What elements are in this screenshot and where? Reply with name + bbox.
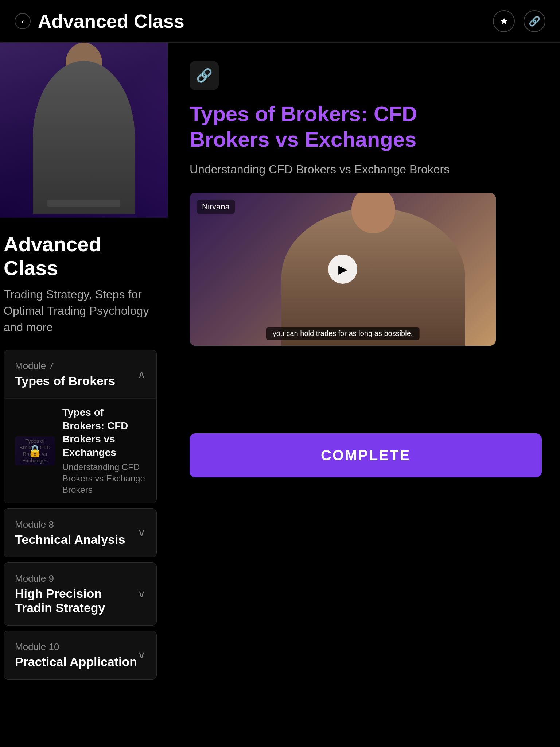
lesson-title: Types of Brokers: CFD Brokers vs Exchang… xyxy=(62,406,145,459)
module-8-number: Module 8 xyxy=(15,519,125,530)
lock-icon: 🔒 xyxy=(28,444,42,458)
header: ‹ Advanced Class ★ 🔗 xyxy=(0,0,560,43)
back-button[interactable]: ‹ xyxy=(15,13,31,29)
module-10-number: Module 10 xyxy=(15,641,137,653)
video-caption: you can hold trades for as long as possi… xyxy=(266,327,420,340)
header-left: ‹ Advanced Class xyxy=(15,10,184,32)
star-icon: ★ xyxy=(500,16,508,27)
module-7-header[interactable]: Module 7 Types of Brokers ∧ xyxy=(4,350,156,398)
play-icon: ▶ xyxy=(338,262,347,276)
module-7-number: Module 7 xyxy=(15,360,115,372)
course-info: Advanced Class Trading Strategy, Steps f… xyxy=(0,218,168,696)
module-9-name: High Precision Tradin Strategy xyxy=(15,587,138,615)
lesson-main-title: Types of Brokers: CFD Brokers vs Exchang… xyxy=(190,101,542,152)
module-item-10: Module 10 Practical Application ∨ xyxy=(4,631,157,680)
lock-overlay: 🔒 xyxy=(15,436,55,465)
header-title: Advanced Class xyxy=(38,10,184,32)
lesson-link-button[interactable]: 🔗 xyxy=(190,61,219,90)
left-panel: Advanced Class Trading Strategy, Steps f… xyxy=(0,43,168,696)
video-thumbnail: Nirvana ▶ you can hold trades for as lon… xyxy=(190,193,496,346)
module-item-7: Module 7 Types of Brokers ∧ Types of Bro… xyxy=(4,350,157,503)
complete-button[interactable]: COMPLETE xyxy=(190,433,542,477)
module-item-8: Module 8 Technical Analysis ∨ xyxy=(4,508,157,557)
play-button[interactable]: ▶ xyxy=(328,255,357,284)
module-item-9: Module 9 High Precision Tradin Strategy … xyxy=(4,562,157,626)
share-icon: 🔗 xyxy=(529,16,540,27)
back-icon: ‹ xyxy=(22,17,24,26)
lesson-thumbnail: Types of Brokers: CFD Brokers vs Exchang… xyxy=(15,436,55,465)
chevron-down-icon-9: ∨ xyxy=(138,588,145,600)
channel-label: Nirvana xyxy=(197,200,235,214)
right-panel: 🔗 Types of Brokers: CFD Brokers vs Excha… xyxy=(168,43,560,496)
video-person-head xyxy=(351,193,395,233)
module-10-header[interactable]: Module 10 Practical Application ∨ xyxy=(4,631,156,679)
hero-person xyxy=(0,43,168,218)
course-title: Advanced Class xyxy=(4,232,157,280)
module-9-info: Module 9 High Precision Tradin Strategy xyxy=(15,573,138,615)
person-body xyxy=(33,61,135,214)
module-9-header[interactable]: Module 9 High Precision Tradin Strategy … xyxy=(4,563,156,625)
module-7-info: Module 7 Types of Brokers xyxy=(15,360,115,388)
complete-button-container: COMPLETE xyxy=(190,433,542,477)
lesson-description: Understanding CFD Brokers vs Exchange Br… xyxy=(62,461,145,496)
lesson-info: Types of Brokers: CFD Brokers vs Exchang… xyxy=(62,406,145,495)
title-text-2: Brokers vs Exchanges xyxy=(190,127,416,151)
list-item[interactable]: Types of Brokers: CFD Brokers vs Exchang… xyxy=(4,398,156,503)
lesson-main-description: Understanding CFD Brokers vs Exchange Br… xyxy=(190,160,542,178)
spacer xyxy=(190,346,542,419)
title-text-1: Types of Brokers: CFD xyxy=(190,102,417,125)
chevron-down-icon-8: ∨ xyxy=(138,527,145,539)
video-person xyxy=(281,208,465,346)
course-subtitle: Trading Strategy, Steps for Optimal Trad… xyxy=(4,286,157,335)
module-10-info: Module 10 Practical Application xyxy=(15,641,137,669)
module-8-name: Technical Analysis xyxy=(15,533,125,547)
star-button[interactable]: ★ xyxy=(493,10,515,32)
chevron-down-icon-10: ∨ xyxy=(138,649,145,661)
main-layout: Advanced Class Trading Strategy, Steps f… xyxy=(0,43,560,696)
link-icon: 🔗 xyxy=(196,68,213,83)
video-container[interactable]: Nirvana ▶ you can hold trades for as lon… xyxy=(190,193,496,346)
module-8-info: Module 8 Technical Analysis xyxy=(15,519,125,547)
laptop-hint xyxy=(47,200,120,207)
header-actions: ★ 🔗 xyxy=(493,10,545,32)
course-hero-image xyxy=(0,43,168,218)
module-7-name: Types of Brokers xyxy=(15,374,115,388)
module-10-name: Practical Application xyxy=(15,655,137,669)
chevron-up-icon: ∧ xyxy=(138,368,145,380)
share-button[interactable]: 🔗 xyxy=(524,10,545,32)
module-9-number: Module 9 xyxy=(15,573,138,584)
module-8-header[interactable]: Module 8 Technical Analysis ∨ xyxy=(4,509,156,557)
module-7-content: Types of Brokers: CFD Brokers vs Exchang… xyxy=(4,398,156,503)
